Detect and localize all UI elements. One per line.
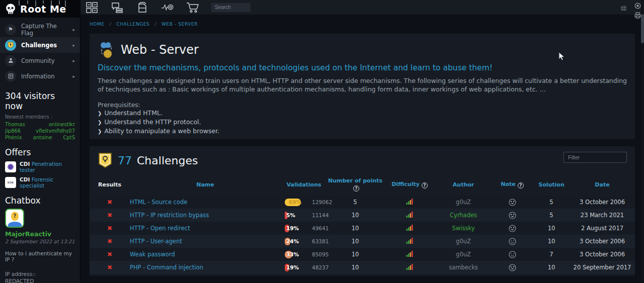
offer-company-logo: ESN [5, 177, 16, 188]
column-difficulty[interactable]: Difficulty? [383, 175, 436, 196]
date-cell: 3 October 2006 [570, 248, 635, 261]
difficulty-cell [383, 235, 436, 248]
intro-panel: Web - Server Discover the mechanisms, pr… [90, 34, 635, 139]
scrollbar-thumb[interactable] [641, 14, 644, 43]
solution-count-cell[interactable]: 10 [533, 261, 570, 274]
ctf-grid-icon[interactable] [86, 2, 99, 14]
sidebar-item-label: Capture The Flag [21, 23, 67, 37]
column-solution[interactable]: Solution [533, 175, 570, 196]
challenge-link[interactable]: HTTP - IP restriction bypass [130, 212, 209, 219]
challenge-row: ✖ HTML - Source code 69% 129062 [90, 196, 635, 209]
not-solved-icon: ✖ [107, 251, 112, 258]
offer-company-logo [5, 161, 16, 172]
solution-count-cell[interactable]: 10 [533, 222, 570, 235]
validation-count: 85095 [312, 251, 329, 257]
search-input[interactable] [211, 3, 251, 12]
member-link[interactable]: Phénix [5, 135, 22, 140]
sidebar-item-information[interactable]: Information ▸ [0, 68, 80, 84]
offers-title: Offers [5, 147, 75, 157]
points-cell: 10 [327, 222, 383, 235]
challenges-title: Challenges [137, 154, 198, 167]
shop-cart-icon[interactable] [186, 2, 199, 14]
help-icon[interactable]: ? [422, 182, 428, 188]
challenge-link[interactable]: HTTP - Open redirect [130, 225, 190, 232]
filter-input[interactable] [564, 152, 627, 163]
challenge-link[interactable]: Weak password [130, 251, 175, 258]
breadcrumb: HOME / CHALLENGES / WEB - SERVER [80, 15, 644, 34]
author-link[interactable]: Swissky [452, 225, 475, 232]
note-cell [491, 261, 533, 274]
validation-percent-badge: 5% [285, 212, 308, 219]
offer-forensic-specialist[interactable]: ESN CDI Forensic specialist [5, 176, 75, 188]
sidebar-item-label: Information [21, 73, 67, 80]
breadcrumb-web-server[interactable]: WEB - SERVER [162, 22, 198, 27]
column-name[interactable]: Name [130, 175, 281, 196]
author-link[interactable]: sambecks [449, 264, 478, 271]
challenge-link[interactable]: HTTP - User-agent [130, 238, 182, 245]
challenge-link[interactable]: PHP - Command injection [130, 264, 203, 271]
not-solved-icon: ✖ [107, 264, 112, 271]
difficulty-bars-icon [406, 237, 414, 244]
sidebar-item-challenges[interactable]: Challenges ▸ [0, 37, 80, 53]
challenge-row: ✖ HTTP - IP restriction bypass 5% 11144 [90, 209, 635, 222]
topbar [80, 0, 644, 15]
member-link[interactable]: antoine [33, 135, 52, 140]
challenge-link[interactable]: HTML - Source code [130, 199, 187, 206]
column-author[interactable]: Author [436, 175, 491, 196]
breadcrumb-home[interactable]: HOME [90, 22, 105, 27]
challenge-row: ✖ HTTP - User-agent 24% 63381 10 [90, 235, 635, 248]
challenges-table: Results Name Validations Number of point… [90, 175, 635, 276]
member-link[interactable]: jlp866 [5, 128, 21, 134]
column-date[interactable]: Date [570, 175, 635, 196]
member-link[interactable]: vfleltvmfldhs07 [36, 128, 75, 134]
difficulty-bars-icon [406, 224, 414, 231]
author-link[interactable]: g0uZ [456, 251, 471, 258]
sidebar-item-label: Challenges [21, 42, 67, 49]
prerequisites-label: Prerequisites: [98, 101, 627, 109]
logo[interactable]: Root Me [0, 0, 80, 18]
member-link[interactable]: onlinestlkr [49, 122, 75, 127]
language-globe-icon[interactable] [620, 4, 627, 14]
member-link[interactable]: CptS [63, 135, 75, 140]
sidebar: Root Me ⚑ Capture The Flag ▸ Challenges … [0, 0, 80, 283]
solution-count-cell[interactable]: 9 [533, 274, 570, 276]
challenge-row: ✖ PHP - Command injection 19% 48237 [90, 261, 635, 274]
validation-count: 11144 [312, 212, 329, 218]
points-cell: 15 [327, 274, 383, 276]
chat-message: How to i authenticate my IP ? [5, 250, 75, 262]
note-cell [491, 196, 533, 209]
help-icon[interactable]: ? [353, 185, 359, 192]
solution-count-cell[interactable]: 7 [533, 248, 570, 261]
difficulty-bars-icon [406, 211, 414, 218]
monitoring-icon[interactable] [161, 2, 174, 14]
visitors-count: 304 visitors now [5, 91, 75, 111]
column-results[interactable]: Results [90, 175, 130, 196]
solution-count-cell[interactable]: 5 [533, 209, 570, 222]
author-link[interactable]: Cyrhades [450, 212, 477, 219]
chat-username[interactable]: MajorReactiv [5, 230, 75, 238]
help-icon[interactable]: ? [518, 182, 524, 188]
chatbox: ? MajorReactiv 2 September 2022 at 13:21… [5, 209, 75, 283]
solution-count-cell[interactable]: 10 [533, 235, 570, 248]
scroll-target-icon[interactable] [634, 2, 641, 11]
solution-count-cell[interactable]: 5 [533, 196, 570, 209]
challenges-count: 77 [118, 154, 132, 167]
breadcrumb-challenges[interactable]: CHALLENGES [116, 22, 149, 27]
offer-penetration-tester[interactable]: CDI Penetration tester [5, 161, 75, 173]
sidebar-item-capture-the-flag[interactable]: ⚑ Capture The Flag ▸ [0, 22, 80, 37]
column-note[interactable]: Note? [491, 175, 533, 196]
difficulty-cell [383, 222, 436, 235]
column-points[interactable]: Number of points? [327, 175, 383, 196]
avatar[interactable]: ? [5, 209, 24, 228]
sidebar-item-community[interactable]: Community ▸ [0, 53, 80, 68]
points-cell: 10 [327, 209, 383, 222]
member-link[interactable]: Thomas [5, 122, 25, 127]
forum-icon[interactable] [111, 2, 124, 14]
docs-icon[interactable] [136, 2, 149, 14]
validation-percent-badge: 33% [285, 251, 308, 258]
author-link[interactable]: g0uZ [456, 199, 471, 206]
column-validations[interactable]: Validations [281, 175, 327, 196]
author-link[interactable]: g0uZ [456, 238, 471, 245]
skull-logo-icon [5, 3, 16, 15]
print-icon[interactable] [634, 11, 641, 21]
